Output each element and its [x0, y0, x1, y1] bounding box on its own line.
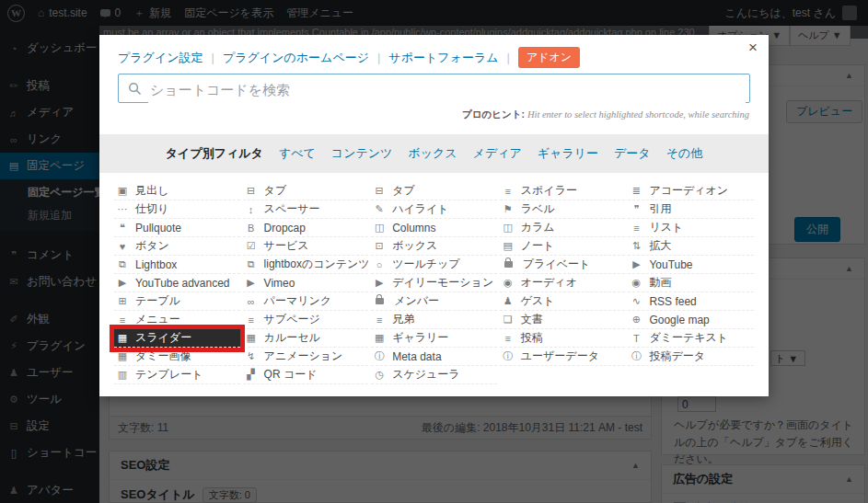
shortcode-item[interactable]: ☑サービス: [243, 237, 369, 256]
shortcode-item-label: オーディオ: [521, 275, 577, 291]
shortcode-item[interactable]: ▣見出し: [114, 182, 240, 200]
shortcode-column: ▣見出し⋯仕切り❝Pullquote♥ボタン⧉Lightbox▶YouTube …: [114, 182, 240, 384]
shortcode-item[interactable]: ⊟タブ: [243, 182, 369, 200]
shortcode-item[interactable]: BDropcap: [243, 219, 369, 237]
table-icon: ⊞: [116, 295, 129, 307]
shortcode-item[interactable]: ▶Vimeo: [243, 274, 369, 292]
shortcode-item[interactable]: ≡リスト: [628, 219, 754, 237]
play-icon: ◉: [502, 277, 515, 289]
shortcode-item[interactable]: ❝Pullquote: [114, 219, 240, 237]
shortcode-item[interactable]: ⓘユーザーデータ: [500, 348, 626, 366]
shortcode-item[interactable]: ⊕Google map: [628, 311, 754, 329]
filter-title: タイプ別フィルタ: [166, 145, 263, 162]
shortcode-item[interactable]: ⊡ボックス: [371, 237, 497, 256]
shortcode-item[interactable]: ▶YouTube advanced: [114, 274, 240, 292]
divider-icon: ⋯: [116, 203, 129, 215]
shortcode-item[interactable]: ⚑ラベル: [500, 200, 626, 219]
clock-icon: ◷: [373, 369, 386, 381]
shortcode-item[interactable]: ≡兄弟: [371, 311, 497, 329]
shortcode-search-input[interactable]: [148, 75, 746, 103]
shortcode-item[interactable]: ▶デイリーモーション: [371, 274, 497, 292]
shortcode-item[interactable]: ∿RSS feed: [628, 292, 754, 311]
shortcode-item[interactable]: ▦カルーセル: [243, 329, 369, 348]
modal-nav-link[interactable]: プラグイン設定: [118, 50, 203, 66]
pro-tip-text: Hit enter to select highlighted shortcod…: [527, 109, 749, 120]
shortcode-item[interactable]: ≣アコーディオン: [628, 182, 754, 200]
shortcode-item-label: 引用: [649, 201, 671, 217]
modal-nav-links: プラグイン設定|プラグインのホームページ|サポートフォーラム|アドオン: [118, 47, 727, 68]
shortcode-item-label: 兄弟: [392, 312, 414, 327]
shortcode-item-label: 拡大: [649, 238, 671, 254]
shortcode-item[interactable]: ↯アニメーション: [243, 348, 369, 366]
shortcode-item-label: ギャラリー: [392, 330, 448, 346]
shortcode-item[interactable]: ∞パーマリンク: [243, 292, 369, 311]
shortcode-item[interactable]: ▶YouTube: [628, 256, 754, 274]
shortcode-item[interactable]: ≡スポイラー: [500, 182, 626, 200]
shortcode-item[interactable]: ◉オーディオ: [500, 274, 626, 292]
shortcode-column: ⊟タブ↕スペーサーBDropcap☑サービス⧉lightboxのコンテンツ▶Vi…: [243, 182, 369, 384]
shortcode-item[interactable]: ◉動画: [628, 274, 754, 292]
filter-link[interactable]: データ: [614, 145, 651, 162]
shortcode-item[interactable]: ⊟タブ: [371, 182, 497, 200]
image-icon: ▦: [373, 332, 386, 344]
shortcode-item[interactable]: Tダミーテキスト: [628, 329, 754, 348]
shortcode-item[interactable]: ◷スケジューラ: [371, 366, 497, 384]
shortcode-item[interactable]: ❏文書: [500, 311, 626, 329]
modal-nav-link[interactable]: プラグインのホームページ: [223, 50, 369, 66]
filter-link[interactable]: メディア: [473, 145, 522, 162]
addons-button[interactable]: アドオン: [518, 47, 580, 68]
shortcode-column: ⊟タブ✎ハイライト◫Columns⊡ボックス○ツールチップ▶デイリーモーションメ…: [371, 182, 497, 384]
shortcode-item[interactable]: ⋯仕切り: [114, 200, 240, 219]
info-icon: ⓘ: [630, 349, 642, 363]
video-icon: ▶: [245, 277, 258, 289]
shortcode-item-label: タブ: [392, 183, 415, 199]
shortcode-item-label: パーマリンク: [264, 293, 331, 309]
shortcode-item[interactable]: ⇅拡大: [628, 237, 754, 256]
shortcode-item[interactable]: ↕スペーサー: [243, 200, 369, 219]
shortcode-item[interactable]: ▤ノート: [500, 237, 626, 256]
bolt-icon: ↯: [245, 350, 258, 362]
shortcode-item-label: サービス: [264, 238, 309, 254]
shortcode-item[interactable]: ▥テンプレート: [114, 366, 240, 384]
shortcode-item[interactable]: ❞引用: [628, 200, 754, 219]
shortcode-item[interactable]: ≡投稿: [500, 329, 626, 348]
tab-icon: ⊟: [373, 185, 386, 197]
modal-nav-link[interactable]: サポートフォーラム: [388, 50, 498, 66]
shortcode-item[interactable]: ▦ダミー画像: [114, 348, 240, 366]
rss-icon: ∿: [630, 295, 642, 307]
filter-link[interactable]: ボックス: [408, 145, 457, 162]
shortcode-item[interactable]: ≡メニュー: [114, 311, 240, 329]
shortcode-item-label: 見出し: [135, 183, 168, 199]
shortcode-item-label: ユーザーデータ: [521, 349, 599, 364]
shortcode-item[interactable]: ▞QR コード: [243, 366, 369, 384]
shortcode-item-label: YouTube: [649, 258, 692, 271]
shortcode-item[interactable]: ⊞テーブル: [114, 292, 240, 311]
shortcode-item[interactable]: ⓘ投稿データ: [628, 348, 754, 366]
shortcode-item-label: YouTube advanced: [135, 277, 230, 290]
info-icon: ⓘ: [502, 349, 515, 363]
shortcode-item[interactable]: プライベート: [500, 256, 626, 274]
shortcode-item[interactable]: ◫Columns: [371, 219, 497, 237]
shortcode-item[interactable]: ♟ゲスト: [500, 292, 626, 311]
accordion-icon: ≣: [630, 185, 642, 197]
shortcode-item[interactable]: ⧉lightboxのコンテンツ: [243, 256, 369, 274]
shortcode-item-label: Google map: [649, 314, 709, 326]
shortcode-item[interactable]: ⓘMeta data: [371, 348, 497, 366]
filter-link[interactable]: ギャラリー: [538, 145, 598, 162]
pro-tip: プロのヒント: Hit enter to select highlighted …: [462, 109, 749, 121]
shortcode-item-selected[interactable]: ▦スライダー: [114, 329, 240, 348]
filter-link[interactable]: すべて: [279, 145, 316, 162]
shortcode-item[interactable]: ✎ハイライト: [371, 200, 497, 219]
shortcode-item[interactable]: ▦ギャラリー: [371, 329, 497, 348]
shortcode-item[interactable]: ○ツールチップ: [371, 256, 497, 274]
sort-icon: ⇅: [630, 240, 642, 252]
shortcode-item[interactable]: ⧉Lightbox: [114, 256, 240, 274]
shortcode-item[interactable]: ◫カラム: [500, 219, 626, 237]
search-icon: [128, 82, 142, 96]
filter-link[interactable]: コンテンツ: [331, 145, 393, 162]
close-icon[interactable]: ×: [748, 40, 758, 55]
shortcode-item[interactable]: ♥ボタン: [114, 237, 240, 256]
shortcode-item[interactable]: メンバー: [371, 292, 497, 311]
filter-link[interactable]: その他: [666, 145, 703, 162]
shortcode-item[interactable]: ≡サブページ: [243, 311, 369, 329]
